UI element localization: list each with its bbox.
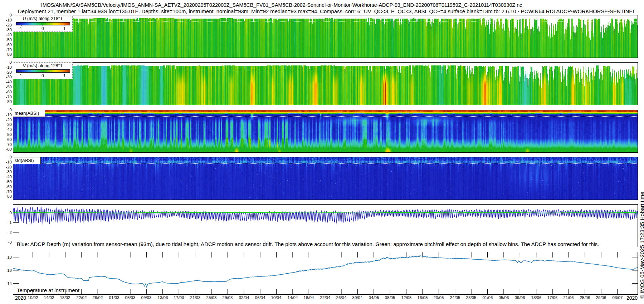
svg-text:Blue: ADCP Depth (m) variation: Blue: ADCP Depth (m) variation from sens… [17, 241, 599, 247]
svg-text:Temperature at instrument: Temperature at instrument [17, 287, 80, 293]
